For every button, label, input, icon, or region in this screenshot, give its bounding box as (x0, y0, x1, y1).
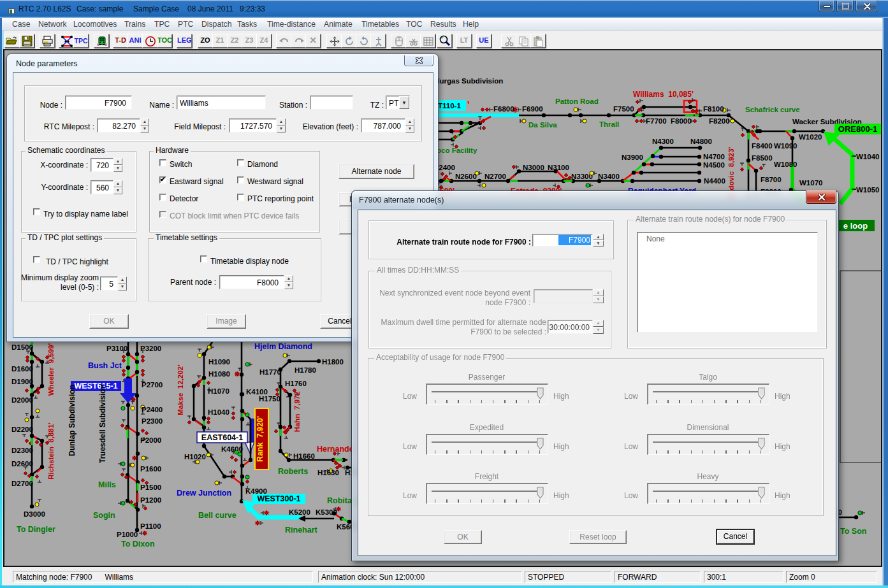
svg-text:D3000: D3000 (24, 510, 45, 518)
svg-text:Patton Road: Patton Road (555, 97, 599, 105)
svg-text:Rank 7,920': Rank 7,920' (256, 416, 265, 462)
svg-text:N2700: N2700 (484, 173, 506, 180)
svg-text:Drew Junction: Drew Junction (177, 489, 231, 498)
svg-text:D2600: D2600 (11, 460, 33, 468)
svg-text:Dunlap Subdivision: Dunlap Subdivision (68, 385, 76, 456)
svg-text:W1040: W1040 (856, 153, 879, 161)
svg-text:N3900: N3900 (622, 154, 643, 161)
svg-text:T110-1: T110-1 (438, 102, 461, 110)
svg-text:WEST615-1: WEST615-1 (74, 382, 117, 391)
svg-text:H1780: H1780 (295, 366, 316, 374)
svg-text:W1080: W1080 (774, 161, 797, 168)
svg-text:F8200: F8200 (709, 117, 730, 125)
svg-text:D1900: D1900 (11, 378, 33, 385)
svg-text:Da Silva: Da Silva (528, 121, 557, 129)
svg-text:': ' (467, 99, 470, 110)
svg-text:N2600: N2600 (455, 173, 477, 180)
svg-text:To Dingler: To Dingler (17, 525, 55, 534)
svg-text:H1090: H1090 (208, 358, 230, 366)
svg-text:D2700: D2700 (11, 480, 33, 487)
svg-text:Roberts: Roberts (278, 467, 308, 476)
svg-text:Mills: Mills (98, 480, 116, 489)
svg-text:N4700: N4700 (703, 153, 725, 161)
svg-text:Sogin: Sogin (93, 511, 115, 520)
svg-text:W1090: W1090 (774, 142, 797, 150)
svg-text:Schafrick curve: Schafrick curve (745, 106, 800, 113)
svg-text:P1000: P1000 (117, 531, 138, 538)
svg-text:Bush Jct: Bush Jct (88, 361, 122, 370)
svg-text:F7500: F7500 (613, 105, 634, 113)
svg-text:H1750: H1750 (259, 395, 280, 403)
svg-text:N4300: N4300 (652, 138, 674, 145)
svg-text:Hahn 7,972': Hahn 7,972' (293, 389, 301, 432)
svg-text:P3100: P3100 (106, 345, 127, 352)
svg-text:Murgas Subdivision: Murgas Subdivision (433, 77, 503, 85)
svg-text:N3400: N3400 (598, 173, 620, 180)
svg-text:H1020: H1020 (184, 453, 206, 461)
svg-text:Bell curve: Bell curve (198, 511, 237, 520)
svg-text:F8000: F8000 (671, 117, 692, 125)
svg-text:D1500: D1500 (11, 343, 33, 351)
svg-text:Williams 10,085': Williams 10,085' (633, 90, 694, 99)
svg-text:ORE800-1: ORE800-1 (838, 124, 877, 134)
svg-text:Wheeler 9,599': Wheeler 9,599' (47, 343, 55, 396)
svg-text:P2000: P2000 (140, 436, 161, 444)
svg-text:H1800: H1800 (322, 358, 344, 366)
svg-text:N3000: N3000 (523, 164, 544, 171)
svg-text:W1020: W1020 (799, 133, 822, 141)
svg-text:H1040: H1040 (208, 408, 229, 416)
svg-text:Richstein 8,881': Richstein 8,881' (47, 422, 55, 480)
svg-text:Truesdell Subdivision: Truesdell Subdivision (98, 384, 107, 463)
svg-text:N4800: N4800 (690, 138, 712, 145)
svg-text:N4400: N4400 (704, 177, 725, 185)
svg-text:F8100: F8100 (703, 105, 724, 113)
svg-text:Hjelm Diamond: Hjelm Diamond (254, 342, 312, 351)
svg-text:H1070: H1070 (208, 387, 229, 395)
svg-text:F8700: F8700 (761, 176, 782, 183)
svg-text:WEST300-1: WEST300-1 (257, 494, 300, 503)
svg-text:F6800: F6800 (493, 105, 514, 113)
svg-text:H1080: H1080 (208, 370, 230, 378)
svg-text:D2000: D2000 (11, 396, 33, 404)
svg-text:To Dixon: To Dixon (121, 540, 155, 549)
svg-text:H1660: H1660 (293, 452, 315, 460)
svg-text:K5200: K5200 (289, 508, 310, 516)
svg-text:EAST604-1: EAST604-1 (201, 433, 243, 442)
svg-text:F6900: F6900 (522, 105, 543, 113)
svg-text:H1630: H1630 (317, 469, 339, 477)
svg-text:P1100: P1100 (140, 522, 161, 530)
svg-text:D1600: D1600 (11, 365, 33, 373)
svg-text:To Son: To Son (840, 527, 866, 536)
svg-text:P1600: P1600 (140, 465, 161, 473)
svg-text:Rinehart: Rinehart (285, 526, 318, 534)
svg-text:P1200: P1200 (140, 496, 161, 504)
svg-text:N3100: N3100 (548, 164, 569, 171)
svg-text:W1070: W1070 (799, 179, 822, 187)
svg-text:N4500: N4500 (703, 161, 725, 169)
svg-text:D2300: D2300 (11, 447, 33, 454)
svg-text:W1050: W1050 (856, 186, 879, 194)
svg-text:e loop: e loop (843, 221, 868, 231)
svg-text:F7700: F7700 (646, 117, 667, 125)
svg-text:P1500: P1500 (140, 484, 161, 491)
svg-text:D2200: D2200 (11, 426, 33, 433)
svg-text:Thrall: Thrall (599, 120, 619, 128)
svg-text:H1770: H1770 (259, 368, 281, 376)
svg-text:Hernando: Hernando (317, 445, 354, 454)
svg-text:P2400: P2400 (142, 406, 163, 413)
svg-text:H1760: H1760 (285, 380, 307, 387)
svg-text:F8400: F8400 (752, 142, 773, 150)
svg-text:P2700: P2700 (142, 381, 163, 389)
svg-text:K5300: K5300 (316, 508, 337, 516)
svg-text:F8500: F8500 (752, 154, 773, 162)
svg-text:Loco Facility: Loco Facility (432, 147, 477, 154)
svg-text:Makse 12,202': Makse 12,202' (177, 364, 184, 415)
svg-text:P2300: P2300 (142, 417, 163, 425)
svg-text:P3200: P3200 (140, 345, 161, 352)
